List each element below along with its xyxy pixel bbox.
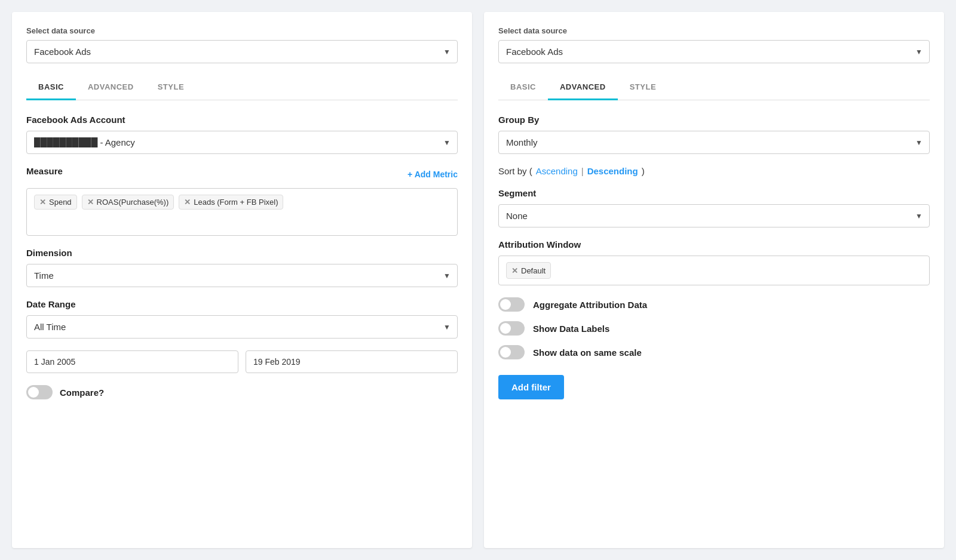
date-range-wrapper: All Time ▼ [26,315,458,339]
tag-roas: ✕ ROAS(Purchase(%)) [82,195,174,210]
attribution-tags-box: ✕ Default [498,256,930,285]
tag-default-remove[interactable]: ✕ [511,266,518,275]
segment-select[interactable]: None [498,204,930,227]
sort-by-text: Sort by ( [498,166,532,176]
sort-row: Sort by ( Ascending | Descending ) [498,166,930,176]
attribution-label: Attribution Window [498,239,930,250]
show-same-scale-row: Show data on same scale [498,345,930,359]
segment-wrapper: None ▼ [498,204,930,227]
right-data-source-wrapper: Facebook Ads ▼ [498,40,930,63]
account-wrapper: ██████████ - Agency ▼ [26,131,458,154]
tags-box: ✕ Spend ✕ ROAS(Purchase(%)) ✕ Leads (For… [26,188,458,236]
aggregate-row: Aggregate Attribution Data [498,297,930,312]
compare-label: Compare? [60,387,104,398]
tag-spend-label: Spend [49,198,72,207]
left-data-source-select[interactable]: Facebook Ads [26,40,458,63]
right-tab-advanced[interactable]: ADVANCED [548,75,618,100]
segment-label: Segment [498,188,930,198]
account-select[interactable]: ██████████ - Agency [26,131,458,154]
left-tab-basic[interactable]: BASIC [26,75,76,100]
tag-spend: ✕ Spend [34,195,77,210]
right-data-source-select[interactable]: Facebook Ads [498,40,930,63]
compare-toggle[interactable] [26,385,53,399]
right-panel: Select data source Facebook Ads ▼ BASIC … [484,12,944,548]
right-tab-basic[interactable]: BASIC [498,75,548,100]
left-tab-style[interactable]: STYLE [146,75,196,100]
tag-leads-remove[interactable]: ✕ [184,198,191,207]
right-select-label: Select data source [498,26,930,35]
dimension-select[interactable]: Time [26,264,458,287]
show-data-labels-toggle[interactable] [498,321,525,336]
sort-ascending-link[interactable]: Ascending [536,166,578,176]
measure-section: Measure + Add Metric ✕ Spend ✕ ROAS(Purc… [26,166,458,236]
aggregate-label: Aggregate Attribution Data [533,300,647,310]
add-filter-button[interactable]: Add filter [498,375,564,399]
dimension-label: Dimension [26,248,458,258]
tag-spend-remove[interactable]: ✕ [39,198,46,207]
show-same-scale-toggle[interactable] [498,345,525,359]
left-data-source-wrapper: Facebook Ads ▼ [26,40,458,63]
right-tab-style[interactable]: STYLE [618,75,668,100]
left-tab-advanced[interactable]: ADVANCED [76,75,146,100]
group-by-wrapper: Monthly ▼ [498,131,930,154]
group-by-section: Group By Monthly ▼ [498,115,930,154]
group-by-select[interactable]: Monthly [498,131,930,154]
measure-label: Measure [26,166,63,176]
measure-header: Measure + Add Metric [26,166,458,182]
account-label: Facebook Ads Account [26,115,458,125]
sort-separator: | [581,166,584,176]
compare-row: Compare? [26,385,458,399]
aggregate-toggle[interactable] [498,297,525,312]
group-by-label: Group By [498,115,930,125]
date-range-label: Date Range [26,299,458,309]
add-metric-button[interactable]: + Add Metric [407,170,458,179]
date-inputs [26,350,458,373]
left-tabs: BASIC ADVANCED STYLE [26,75,458,100]
tag-leads: ✕ Leads (Form + FB Pixel) [179,195,283,210]
tag-default-label: Default [521,266,546,275]
left-panel: Select data source Facebook Ads ▼ BASIC … [12,12,472,548]
right-tabs: BASIC ADVANCED STYLE [498,75,930,100]
dimension-wrapper: Time ▼ [26,264,458,287]
show-data-labels-label: Show Data Labels [533,324,609,334]
sort-by-close: ) [642,166,645,176]
tag-default: ✕ Default [506,262,551,279]
date-start-input[interactable] [26,350,238,373]
tag-roas-remove[interactable]: ✕ [87,198,94,207]
show-data-labels-row: Show Data Labels [498,321,930,336]
left-select-label: Select data source [26,26,458,35]
sort-descending-link[interactable]: Descending [587,166,638,176]
date-end-input[interactable] [246,350,458,373]
tag-leads-label: Leads (Form + FB Pixel) [194,198,278,207]
show-same-scale-label: Show data on same scale [533,347,642,358]
tag-roas-label: ROAS(Purchase(%)) [97,198,169,207]
date-range-select[interactable]: All Time [26,315,458,339]
